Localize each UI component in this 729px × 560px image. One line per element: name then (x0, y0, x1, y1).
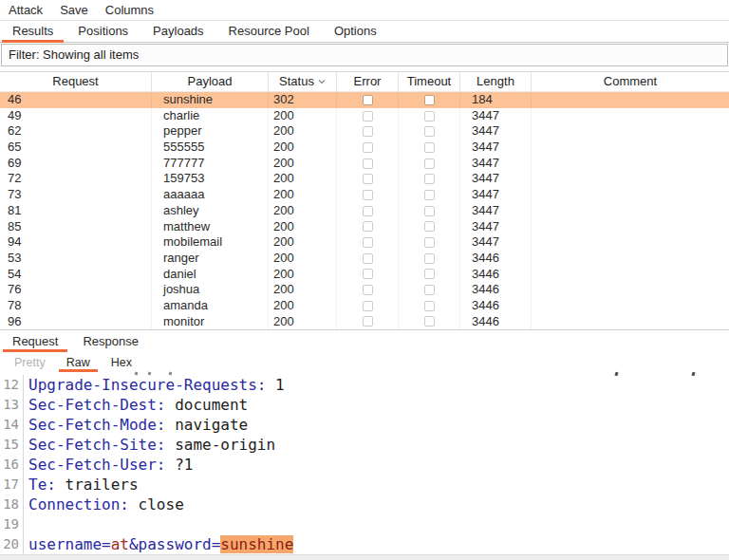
timeout-checkbox[interactable] (424, 159, 435, 169)
table-row[interactable]: 69 777777 200 3447 (0, 156, 729, 172)
tab-raw[interactable]: Raw (56, 354, 101, 372)
timeout-cell (399, 203, 460, 219)
timeout-checkbox[interactable] (424, 174, 435, 184)
column-header-status[interactable]: Status (269, 72, 337, 91)
column-header-timeout[interactable]: Timeout (399, 72, 460, 91)
timeout-checkbox[interactable] (424, 269, 435, 279)
table-row[interactable]: 96 monitor 200 3446 (0, 314, 729, 330)
tab-payloads[interactable]: Payloads (140, 21, 215, 42)
error-checkbox[interactable] (363, 126, 373, 137)
line-code: Te: trailers (23, 475, 729, 495)
column-header-payload[interactable]: Payload (152, 72, 269, 91)
column-header-length[interactable]: Length (460, 72, 532, 91)
editor-line: 13 Sec-Fetch-Dest: document (0, 395, 729, 415)
table-row[interactable]: 46 sunshine 302 184 (0, 92, 729, 108)
column-header-request[interactable]: Request (0, 72, 152, 91)
length-cell: 3447 (460, 123, 532, 140)
error-checkbox[interactable] (363, 95, 373, 105)
timeout-checkbox[interactable] (424, 301, 435, 311)
length-cell: 3447 (460, 140, 532, 156)
timeout-checkbox[interactable] (424, 285, 435, 295)
filter-bar[interactable]: Filter: Showing all items (1, 44, 728, 66)
status-cell: 200 (269, 234, 337, 251)
table-row[interactable]: 85 matthew 200 3447 (0, 219, 729, 235)
timeout-checkbox[interactable] (424, 237, 435, 248)
timeout-checkbox[interactable] (424, 206, 435, 216)
table-row[interactable]: 62 pepper 200 3447 (0, 123, 729, 140)
error-checkbox[interactable] (363, 174, 373, 184)
tab-options[interactable]: Options (322, 21, 389, 42)
tab-results[interactable]: Results (0, 21, 65, 42)
error-checkbox[interactable] (363, 285, 373, 295)
menu-item-columns[interactable]: Columns (97, 0, 162, 20)
error-cell (337, 251, 399, 267)
table-row[interactable]: 54 daniel 200 3446 (0, 267, 729, 283)
error-checkbox[interactable] (363, 142, 373, 153)
tab-positions[interactable]: Positions (65, 21, 140, 42)
timeout-checkbox[interactable] (424, 221, 435, 232)
table-row[interactable]: 78 amanda 200 3446 (0, 298, 729, 314)
request-cell: 62 (0, 123, 152, 140)
table-row[interactable]: 73 aaaaaa 200 3447 (0, 187, 729, 203)
timeout-cell (399, 187, 460, 203)
line-number: 15 (0, 435, 23, 455)
raw-request-editor[interactable]: 12 Upgrade-Insecure-Requests: 1 13 Sec-F… (0, 372, 729, 554)
comment-cell (532, 187, 729, 203)
timeout-checkbox[interactable] (424, 126, 435, 137)
timeout-cell (399, 171, 460, 187)
error-checkbox[interactable] (363, 206, 373, 216)
menu-item-attack[interactable]: Attack (0, 0, 51, 20)
status-cell: 302 (269, 92, 337, 108)
error-checkbox[interactable] (363, 301, 373, 311)
timeout-checkbox[interactable] (424, 253, 435, 264)
timeout-cell (399, 219, 460, 235)
code-segment: same-origin (166, 436, 276, 454)
length-cell: 3446 (460, 314, 532, 330)
comment-cell (532, 156, 729, 172)
menu-item-save[interactable]: Save (51, 0, 97, 20)
editor-line: 20 username=at&password=sunshine (0, 534, 729, 554)
timeout-checkbox[interactable] (424, 316, 435, 327)
column-header-comment[interactable]: Comment (532, 72, 729, 91)
menu-bar: AttackSaveColumns (0, 0, 729, 21)
error-checkbox[interactable] (363, 190, 373, 200)
table-row[interactable]: 72 159753 200 3447 (0, 171, 729, 187)
error-checkbox[interactable] (363, 316, 373, 327)
request-cell: 53 (0, 251, 152, 267)
horizontal-scrollbar[interactable] (0, 554, 729, 560)
timeout-checkbox[interactable] (424, 111, 435, 121)
table-row[interactable]: 65 555555 200 3447 (0, 140, 729, 156)
request-cell: 85 (0, 219, 152, 235)
message-tab-bar: RequestResponse (0, 329, 729, 352)
error-checkbox[interactable] (363, 253, 373, 264)
timeout-cell (399, 92, 460, 108)
tab-request[interactable]: Request (0, 331, 70, 352)
error-checkbox[interactable] (363, 237, 373, 248)
comment-cell (532, 314, 729, 330)
table-row[interactable]: 53 ranger 200 3446 (0, 251, 729, 267)
column-header-label: Status (279, 74, 314, 88)
error-checkbox[interactable] (363, 221, 373, 232)
tab-response[interactable]: Response (70, 331, 151, 352)
payload-cell: 555555 (152, 140, 269, 156)
table-row[interactable]: 76 joshua 200 3446 (0, 282, 729, 298)
column-header-label: Comment (604, 74, 657, 88)
table-row[interactable]: 81 ashley 200 3447 (0, 203, 729, 219)
tab-pretty[interactable]: Pretty (4, 354, 56, 372)
tab-resource-pool[interactable]: Resource Pool (216, 21, 322, 42)
tab-hex[interactable]: Hex (101, 354, 142, 372)
line-code: Upgrade-Insecure-Requests: 1 (23, 375, 729, 395)
error-cell (337, 108, 399, 124)
table-row[interactable]: 49 charlie 200 3447 (0, 108, 729, 124)
table-row[interactable]: 94 mobilemail 200 3447 (0, 234, 729, 251)
error-checkbox[interactable] (363, 159, 373, 169)
error-cell (337, 123, 399, 140)
timeout-checkbox[interactable] (424, 142, 435, 153)
code-segment: Sec-Fetch-Mode: (28, 416, 166, 434)
error-checkbox[interactable] (363, 269, 373, 279)
column-header-error[interactable]: Error (337, 72, 399, 91)
error-checkbox[interactable] (363, 111, 373, 121)
timeout-checkbox[interactable] (424, 95, 435, 105)
timeout-checkbox[interactable] (424, 190, 435, 200)
length-cell: 3447 (460, 108, 532, 124)
